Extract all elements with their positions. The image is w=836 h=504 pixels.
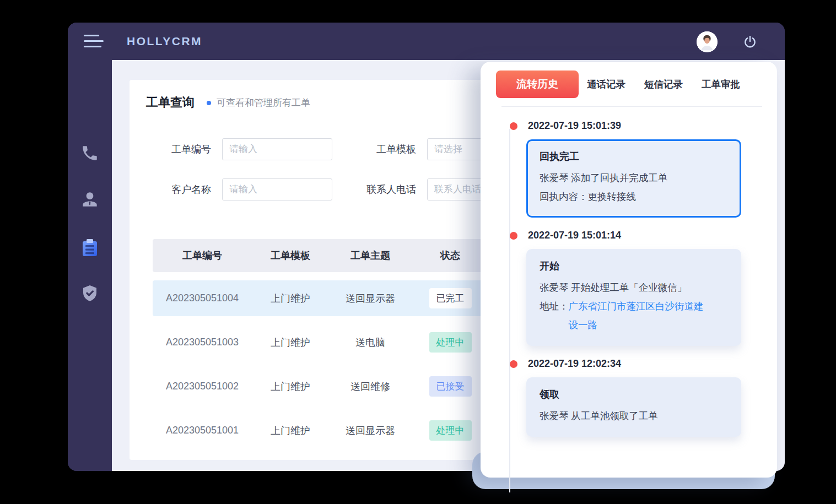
tab-order-approval[interactable]: 工单审批 <box>702 78 740 91</box>
menu-icon[interactable] <box>84 35 105 48</box>
timeline-card-start[interactable]: 开始 张爱琴 开始处理工单「企业微信」 地址： 广东省江门市蓬江区白沙街道建设一… <box>526 249 741 346</box>
detail-panel: 流转历史 通话记录 短信记录 工单审批 2022-07-19 15:01:39 … <box>481 62 777 478</box>
timeline-timestamp: 2022-07-19 15:01:39 <box>528 120 762 132</box>
panel-tabs: 流转历史 通话记录 短信记录 工单审批 <box>481 62 777 98</box>
timeline-timestamp: 2022-07-19 12:02:34 <box>528 358 762 370</box>
filter-label-order-id: 工单编号 <box>156 143 211 156</box>
timeline-card-title: 回执完工 <box>540 150 728 163</box>
timeline-card-address-row: 地址： 广东省江门市蓬江区白沙街道建设一路 <box>540 297 728 334</box>
timeline-card-title: 开始 <box>540 259 728 273</box>
filter-label-template: 工单模板 <box>355 143 416 156</box>
page-title: 工单查询 <box>146 94 195 111</box>
tab-sms-records[interactable]: 短信记录 <box>644 78 683 91</box>
timeline-card-line: 张爱琴 从工单池领取了工单 <box>540 407 728 425</box>
timeline-card-line: 张爱琴 开始处理工单「企业微信」 <box>540 278 728 297</box>
timeline-dot <box>510 232 517 240</box>
brand-logo: HOLLYCRM <box>127 35 202 48</box>
header-subject: 工单主题 <box>329 249 412 262</box>
work-order-icon[interactable] <box>79 237 101 259</box>
phone-icon[interactable] <box>79 142 101 164</box>
address-label: 地址： <box>540 297 569 316</box>
filter-label-customer: 客户名称 <box>156 183 211 196</box>
timeline-line <box>509 129 510 492</box>
address-link[interactable]: 广东省江门市蓬江区白沙街道建设一路 <box>569 297 706 334</box>
filter-label-contact-phone: 联系人电话 <box>355 183 416 196</box>
sidebar <box>68 60 112 471</box>
order-id-input[interactable] <box>222 138 332 160</box>
tab-call-records[interactable]: 通话记录 <box>587 78 625 91</box>
timeline-entry: 2022-07-19 15:01:14 开始 张爱琴 开始处理工单「企业微信」 … <box>526 230 762 346</box>
status-badge: 已完工 <box>429 288 472 308</box>
contacts-icon[interactable] <box>79 188 101 210</box>
timeline: 2022-07-19 15:01:39 回执完工 张爱琴 添加了回执并完成工单 … <box>481 107 777 437</box>
power-icon[interactable] <box>743 35 757 49</box>
timeline-card-line: 张爱琴 添加了回执并完成工单 <box>540 169 728 187</box>
title-dot-icon <box>207 101 211 105</box>
timeline-dot <box>510 122 517 130</box>
status-badge: 处理中 <box>429 420 472 441</box>
timeline-card-claim[interactable]: 领取 张爱琴 从工单池领取了工单 <box>526 377 741 437</box>
timeline-entry: 2022-07-19 12:02:34 领取 张爱琴 从工单池领取了工单 <box>526 358 762 437</box>
timeline-dot <box>510 360 517 368</box>
status-badge: 已接受 <box>429 376 472 397</box>
status-badge: 处理中 <box>429 332 472 353</box>
stage: HOLLYCRM <box>0 0 836 504</box>
customer-name-input[interactable] <box>222 178 332 200</box>
header-status: 状态 <box>412 249 489 262</box>
timeline-card-line: 回执内容：更换转接线 <box>540 187 728 206</box>
page-subtitle: 可查看和管理所有工单 <box>217 96 310 109</box>
header-template: 工单模板 <box>252 249 329 262</box>
header-order-id: 工单编号 <box>153 249 252 262</box>
timeline-card-receipt-complete[interactable]: 回执完工 张爱琴 添加了回执并完成工单 回执内容：更换转接线 <box>526 139 741 218</box>
timeline-timestamp: 2022-07-19 15:01:14 <box>528 230 762 241</box>
timeline-card-title: 领取 <box>540 388 728 401</box>
top-bar: HOLLYCRM <box>68 23 785 60</box>
timeline-entry: 2022-07-19 15:01:39 回执完工 张爱琴 添加了回执并完成工单 … <box>526 120 762 218</box>
tab-circulation-history[interactable]: 流转历史 <box>496 71 579 98</box>
avatar[interactable] <box>697 31 718 52</box>
security-icon[interactable] <box>79 283 101 305</box>
